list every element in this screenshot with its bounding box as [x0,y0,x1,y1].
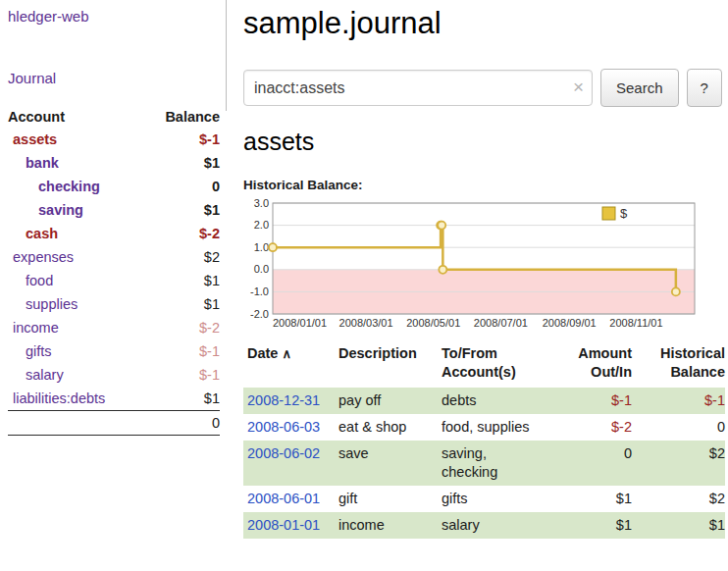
account-link-gifts[interactable]: gifts [26,343,52,359]
account-row: salary$-1 [8,363,220,387]
total-row: 0 [8,411,220,436]
description-column-header: Description [338,344,442,388]
svg-text:1.0: 1.0 [254,241,269,253]
search-button[interactable]: Search [600,69,679,107]
transaction-balance: 0 [632,414,725,441]
transaction-date-link[interactable]: 2008-06-03 [247,419,320,435]
account-balance: 0 [143,175,220,198]
svg-text:2008/07/01: 2008/07/01 [474,317,528,329]
transaction-balance: $-1 [632,388,725,414]
account-link-assets[interactable]: assets [13,131,57,147]
transaction-amount: $-1 [561,388,632,414]
account-tree-table: Account Balance assets$-1bank$1checking0… [8,106,220,436]
search-input[interactable] [243,70,593,106]
svg-text:3.0: 3.0 [254,197,269,209]
total-balance: 0 [143,411,220,436]
register-row: 2008-01-01incomesalary$1$1 [243,512,725,539]
svg-text:-2.0: -2.0 [250,308,269,320]
search-bar: × Search ? [243,69,728,107]
account-row: food$1 [8,269,220,292]
register-row: 2008-06-02savesaving, checking0$2 [243,441,725,486]
account-rows: assets$-1bank$1checking0saving$1cash$-2e… [8,128,220,411]
account-link-cash[interactable]: cash [26,226,58,241]
account-row: liabilities:debts$1 [8,387,220,411]
account-row: checking0 [8,175,220,198]
svg-text:-1.0: -1.0 [250,286,269,297]
account-row: gifts$-1 [8,339,220,363]
svg-text:2008/11/01: 2008/11/01 [609,317,662,329]
register-row: 2008-06-03eat & shopfood, supplies$-20 [243,414,725,441]
transaction-date-link[interactable]: 2008-06-01 [247,491,320,506]
account-link-salary[interactable]: salary [26,367,64,383]
account-balance: $-1 [143,339,220,363]
transaction-accounts: food, supplies [442,414,561,441]
svg-text:2.0: 2.0 [254,219,269,231]
amount-header-line1: Amount [578,345,632,361]
page-title: sample.journal [243,6,728,41]
transaction-accounts: saving, checking [442,441,561,486]
account-row: income$-2 [8,316,220,339]
account-row: cash$-2 [8,222,220,245]
register-row: 2008-06-01giftgifts$1$2 [243,486,725,512]
transaction-amount: $1 [561,512,632,539]
account-balance: $-1 [143,363,220,387]
account-balance: $-1 [143,128,220,151]
transaction-balance: $2 [632,486,725,512]
transaction-date-link[interactable]: 2008-12-31 [247,392,320,408]
search-input-wrap: × [243,70,593,106]
chart-title: Historical Balance: [243,178,728,192]
legend-label: $ [620,206,628,221]
account-link-expenses[interactable]: expenses [13,249,74,265]
svg-text:0.0: 0.0 [254,263,269,275]
account-row: bank$1 [8,151,220,175]
transaction-accounts: gifts [442,486,561,512]
transaction-amount: $-2 [561,414,632,441]
accounts-header-line1: To/From [442,345,497,361]
balance-chart: 3.02.01.00.0-1.0-2.02008/01/012008/03/01… [243,195,699,333]
account-link-bank[interactable]: bank [26,155,59,171]
amount-column-header: Amount Out/In [561,344,632,388]
account-balance: $-2 [143,316,220,339]
account-balance: $1 [143,292,220,316]
transaction-description: pay off [338,388,442,414]
transaction-accounts: salary [442,512,561,539]
accounts-column-header: To/From Account(s) [442,344,561,388]
sidebar: hledger-web Journal Account Balance asse… [0,0,226,436]
register-row: 2008-12-31pay offdebts$-1$-1 [243,388,725,414]
transaction-date-link[interactable]: 2008-06-02 [247,445,320,461]
account-link-liabilities-debts[interactable]: liabilities:debts [13,390,105,406]
balance-header-line2: Balance [670,364,725,380]
clear-search-icon[interactable]: × [573,78,584,96]
svg-text:2008/03/01: 2008/03/01 [339,317,393,329]
transaction-balance: $2 [632,441,725,486]
balance-header-line1: Historical [660,345,725,361]
transaction-description: gift [338,486,442,512]
transaction-accounts: debts [442,388,561,414]
account-link-food[interactable]: food [26,273,53,288]
transaction-amount: $1 [561,486,632,512]
transaction-amount: 0 [561,441,632,486]
account-row: supplies$1 [8,292,220,316]
account-balance: $2 [143,245,220,269]
legend-swatch [602,207,615,220]
account-link-checking[interactable]: checking [38,179,100,194]
account-balance: $1 [143,387,220,411]
app-brand-link[interactable]: hledger-web [8,8,89,25]
main-content: sample.journal × Search ? assets Histori… [243,0,728,539]
account-link-saving[interactable]: saving [38,202,83,218]
sidebar-divider [226,0,227,111]
account-link-supplies[interactable]: supplies [26,296,78,312]
account-row: saving$1 [8,198,220,222]
nav-journal-link[interactable]: Journal [8,70,56,86]
register-table: Date ∧ Description To/From Account(s) Am… [243,344,725,539]
account-link-income[interactable]: income [13,320,59,336]
date-column-header[interactable]: Date ∧ [243,344,338,388]
transaction-date-link[interactable]: 2008-01-01 [247,517,320,533]
account-heading: assets [243,128,728,156]
amount-header-line2: Out/In [591,364,632,380]
help-button[interactable]: ? [687,69,722,107]
transaction-description: save [338,441,442,486]
svg-text:2008/05/01: 2008/05/01 [406,317,460,329]
account-balance: $1 [143,198,220,222]
total-row-spacer [8,411,143,436]
